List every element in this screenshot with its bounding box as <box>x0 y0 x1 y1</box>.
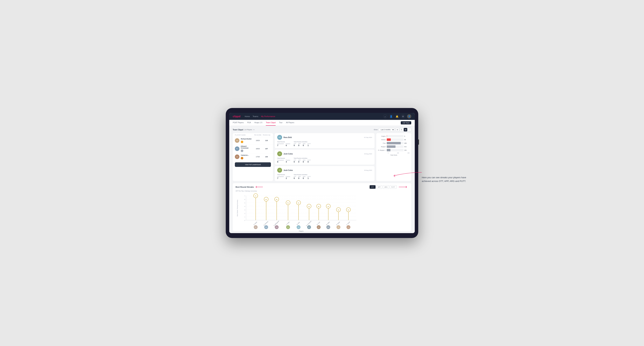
best-round-streaks-section: Best Round Streaks OTT APP ARG PUTT <box>233 183 411 231</box>
player-card-3: JC Josh Coles 26 Aug 2023 Total Rounds <box>275 166 374 181</box>
player-avg-1: 110 <box>262 140 271 141</box>
rank-badge-1: 1 <box>241 141 243 143</box>
filter-arg-button[interactable]: ARG <box>383 185 389 189</box>
chart-value-bogeys: 311 <box>404 146 410 148</box>
subnav-tour[interactable]: Tour <box>279 120 282 126</box>
user-icon[interactable]: 👤 <box>389 114 393 118</box>
chart-subtitle: Off The Tee, Fairway Accuracy <box>236 190 408 192</box>
logo: clippd <box>233 115 240 118</box>
table-row: EC Edward Crossman 2 18/20 107 <box>233 144 273 154</box>
annotation-text: Here you can see streaks your players ha… <box>422 176 467 183</box>
rank-badge-3: 3 <box>241 157 243 159</box>
svg-text:3: 3 <box>244 209 245 211</box>
total-rounds-label-1: Total Rounds <box>277 141 290 142</box>
nav-my-performance[interactable]: My Performance <box>261 115 275 117</box>
view-leaderboard-button[interactable]: View Full Leaderboard <box>235 162 271 167</box>
table-header: PLAYER NAME PB SCORE PB AVG SQ <box>233 133 273 137</box>
activities-row-1: OTT 0 APP 0 ARG <box>294 143 310 147</box>
show-label: Show <box>374 129 378 131</box>
settings-icon[interactable]: ⚙ <box>401 114 405 118</box>
detail-view-button[interactable]: ⋮ <box>408 128 411 131</box>
svg-text:3x: 3x <box>338 209 339 211</box>
svg-text:2: 2 <box>244 213 245 214</box>
svg-text:5x: 5x <box>298 202 299 204</box>
chart-bar-dbogeys <box>387 149 390 151</box>
subnav-team-clippd[interactable]: Team Clippd <box>266 120 276 126</box>
rounds-row-1: Tournament 7 Practice 6 <box>277 143 290 147</box>
nav-teams[interactable]: Teams <box>253 115 258 117</box>
chart-row-eagles: Eagles 3 <box>378 135 410 137</box>
player-card-2: JC Josh Coles 26 Aug 2023 Total Rounds <box>275 150 374 165</box>
two-col-layout: PLAYER NAME PB SCORE PB AVG SQ RB Richar… <box>233 133 411 181</box>
filter-putt-button[interactable]: PUTT <box>390 185 396 189</box>
svg-text:6x: 6x <box>266 199 267 200</box>
svg-text:7x: 7x <box>255 195 256 197</box>
player-pb-3: 17/20 <box>254 156 262 158</box>
practice-activities-group-3: Total Practice Activities OTT 0 APP <box>294 174 310 179</box>
nav-home[interactable]: Home <box>245 115 250 117</box>
search-icon[interactable]: ⌕ <box>383 114 387 118</box>
total-rounds-label-3: Total Rounds <box>277 174 290 175</box>
svg-text:DB: DB <box>276 227 278 228</box>
streak-chart-svg: 7 6 5 4 3 2 1 0 <box>239 194 358 229</box>
chart-value-pars: 499 <box>404 142 410 144</box>
bell-icon[interactable]: 🔔 <box>395 114 399 118</box>
table-row: RB Richard Butler 1 19/20 110 <box>233 137 273 144</box>
app-stat-2: APP 0 <box>298 160 301 163</box>
chart-bar-bogeys <box>387 145 396 148</box>
arg-stat-1: ARG 0 <box>303 143 306 147</box>
y-axis-label: Best Streak, Fairway Accuracy <box>237 200 238 216</box>
card-header-1: RB Rees Britt 02 Sep 2023 <box>277 135 372 140</box>
practice-activities-label-1: Total Practice Activities <box>294 141 310 142</box>
chart-view-button[interactable]: ▤ <box>404 128 407 131</box>
svg-text:J. Coles: J. Coles <box>286 221 290 225</box>
edit-icon[interactable]: ✏ <box>253 129 254 131</box>
tournament-stat-1: Tournament 7 <box>277 143 284 147</box>
ott-stat-3: OTT 0 <box>294 176 296 179</box>
annotation-arrow-left <box>255 185 264 189</box>
card-date-3: 26 Aug 2023 <box>364 170 372 171</box>
svg-text:CQ: CQ <box>348 227 350 228</box>
list-view-button[interactable]: ☰ <box>400 128 403 131</box>
practice-stat-1: Practice 6 <box>286 143 290 147</box>
tournament-stat-2: Tournament 8 <box>277 160 284 163</box>
subnav-hcaps[interactable]: Hcaps 1-5 <box>254 120 262 126</box>
col-pb-avg: PB AVG SQ <box>262 134 271 136</box>
svg-text:EC: EC <box>308 227 310 228</box>
grid-view-button[interactable]: ⊞ <box>396 128 399 131</box>
subnav-pga[interactable]: PGA <box>247 120 251 126</box>
chart-label-eagles: Eagles <box>378 135 387 137</box>
content-header: Team Clippd | 14 Players ✏ Show Last 3 m… <box>233 128 411 131</box>
player-name-3: Cameron... <box>241 154 254 156</box>
chart-title: Total Shots <box>378 154 410 156</box>
ott-stat-1: OTT 0 <box>294 143 296 147</box>
chart-label-dbogeys: D. Bogeys + <box>378 149 387 151</box>
section-header: Best Round Streaks OTT APP ARG PUTT <box>236 185 408 189</box>
chart-label-birdies: Birdies <box>378 139 387 141</box>
practice-activities-group-2: Total Practice Activities OTT 0 APP <box>294 158 310 163</box>
add-team-button[interactable]: Add Team <box>401 121 411 124</box>
player-info-2: Edward Crossman 2 <box>241 145 254 152</box>
subnav-all-players[interactable]: All Players <box>286 120 294 126</box>
chart-label-pars: Pars <box>378 142 387 144</box>
chart-label-bogeys: Bogeys <box>378 146 387 148</box>
filter-app-button[interactable]: APP <box>376 185 382 189</box>
player-pb-1: 19/20 <box>254 140 262 141</box>
avatar[interactable]: 👤 <box>407 114 411 119</box>
svg-text:MM: MM <box>327 227 329 228</box>
show-select[interactable]: Last 3 months <box>379 128 394 131</box>
svg-text:R. Butler: R. Butler <box>336 221 340 226</box>
ott-stat-2: OTT 0 <box>294 160 296 163</box>
total-rounds-group-1: Total Rounds Tournament 7 Practice <box>277 141 290 147</box>
filter-ott-button[interactable]: OTT <box>370 185 376 189</box>
svg-text:DF: DF <box>318 227 320 228</box>
team-title: Team Clippd <box>233 129 243 131</box>
svg-text:6: 6 <box>244 199 245 200</box>
subnav-pgat[interactable]: PGAT Players <box>233 120 244 126</box>
card-avatar-2: JC <box>277 151 282 156</box>
chart-value-birdies: 96 <box>404 139 410 141</box>
svg-text:RB: RB <box>338 227 339 228</box>
svg-text:7: 7 <box>244 195 245 197</box>
svg-text:E. Ebert: E. Ebert <box>254 221 258 225</box>
view-icons: ⊞ ☰ ▤ ⋮ <box>396 128 411 131</box>
